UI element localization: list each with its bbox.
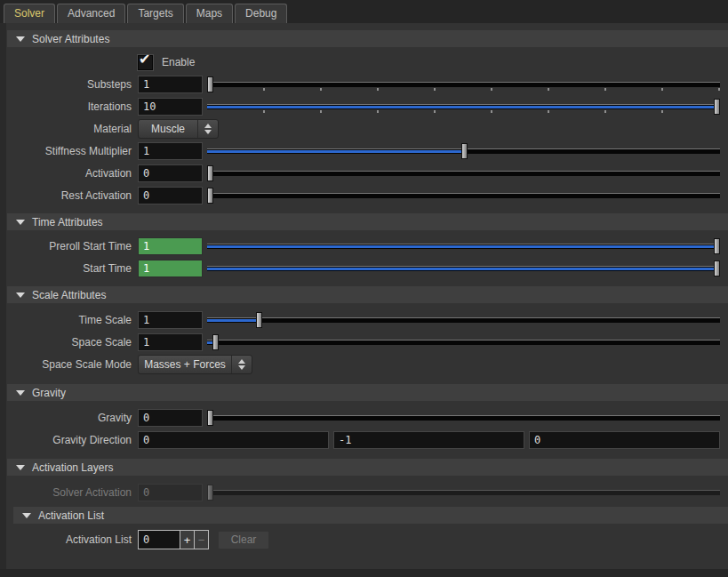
- material-dropdown[interactable]: Muscle: [138, 119, 219, 139]
- slider-handle[interactable]: [212, 334, 219, 350]
- section-title: Solver Attributes: [32, 33, 109, 45]
- remove-item-button[interactable]: −: [194, 531, 208, 549]
- collapse-triangle-icon: [16, 220, 25, 225]
- section-title: Scale Attributes: [32, 289, 106, 301]
- param-row-material: Material Muscle: [6, 119, 728, 139]
- section-header-activation-list[interactable]: Activation List: [13, 507, 728, 524]
- param-row-space-scale: Space Scale 1: [6, 333, 728, 352]
- dropdown-arrows-icon: [231, 356, 252, 373]
- rest-activation-label: Rest Activation: [6, 189, 138, 202]
- slider-handle[interactable]: [207, 188, 213, 204]
- slider-handle[interactable]: [714, 260, 720, 276]
- tab-maps[interactable]: Maps: [186, 4, 233, 23]
- start-time-input[interactable]: 1: [138, 260, 203, 277]
- collapse-triangle-icon: [16, 390, 25, 396]
- slider-handle[interactable]: [207, 165, 213, 181]
- slider-handle: [207, 485, 213, 501]
- substeps-input[interactable]: 1: [138, 76, 203, 93]
- gravity-direction-x-input[interactable]: 0: [138, 431, 329, 449]
- add-item-button[interactable]: +: [180, 531, 194, 549]
- slider-handle[interactable]: [461, 143, 468, 159]
- enable-label: Enable: [162, 56, 195, 68]
- preroll-start-time-slider[interactable]: [207, 236, 720, 256]
- tab-targets[interactable]: Targets: [127, 4, 183, 23]
- param-row-stiffness-multiplier: Stiffness Multiplier 1: [6, 141, 728, 161]
- solver-activation-label: Solver Activation: [6, 486, 138, 499]
- param-row-substeps: Substeps 1: [6, 75, 728, 94]
- tab-bar: Solver Advanced Targets Maps Debug: [0, 0, 728, 23]
- section-header-solver-attributes[interactable]: Solver Attributes: [7, 30, 728, 47]
- rest-activation-slider[interactable]: [207, 186, 720, 205]
- gravity-input[interactable]: 0: [138, 409, 203, 427]
- space-scale-input[interactable]: 1: [138, 333, 203, 351]
- section-title: Activation Layers: [32, 461, 113, 474]
- enable-checkbox[interactable]: ✔: [138, 55, 153, 70]
- space-scale-mode-selected-value: Masses + Forces: [139, 356, 231, 373]
- gravity-slider[interactable]: [207, 408, 720, 428]
- collapse-triangle-icon: [22, 513, 31, 518]
- section-header-activation-layers[interactable]: Activation Layers: [7, 459, 728, 476]
- arrow-down-icon: [204, 130, 212, 134]
- slider-handle[interactable]: [207, 76, 213, 92]
- param-row-preroll-start-time: Preroll Start Time 1: [6, 236, 728, 256]
- collapse-triangle-icon: [16, 36, 25, 42]
- bottom-edge-bar: [0, 569, 728, 577]
- stiffness-multiplier-slider[interactable]: [207, 141, 720, 161]
- stiffness-multiplier-input[interactable]: 1: [138, 142, 203, 160]
- activation-input[interactable]: 0: [138, 164, 203, 182]
- iterations-slider[interactable]: [207, 97, 720, 116]
- section-header-scale-attributes[interactable]: Scale Attributes: [7, 286, 728, 303]
- clear-button[interactable]: Clear: [218, 531, 269, 549]
- collapse-triangle-icon: [16, 465, 25, 470]
- tab-advanced[interactable]: Advanced: [57, 4, 125, 23]
- slider-fill: [207, 268, 720, 270]
- preroll-start-time-input[interactable]: 1: [138, 237, 203, 255]
- substeps-slider[interactable]: [207, 75, 720, 94]
- collapse-triangle-icon: [16, 293, 25, 298]
- param-row-activation-list: Activation List 0 + − Clear: [6, 530, 728, 549]
- slider-handle[interactable]: [207, 410, 213, 426]
- arrow-up-icon: [238, 359, 245, 364]
- activation-list-input[interactable]: 0: [139, 531, 180, 549]
- section-title: Gravity: [32, 387, 66, 399]
- slider-track: [207, 490, 720, 495]
- gravity-direction-y-input[interactable]: -1: [333, 431, 524, 449]
- section-header-time-attributes[interactable]: Time Attributes: [7, 213, 728, 230]
- slider-handle[interactable]: [714, 238, 720, 254]
- param-row-rest-activation: Rest Activation 0: [6, 186, 728, 205]
- iterations-input[interactable]: 10: [138, 98, 203, 116]
- param-row-enable: ✔ Enable: [6, 52, 728, 72]
- arrow-up-icon: [204, 124, 212, 128]
- time-scale-slider[interactable]: [207, 310, 720, 330]
- preroll-start-time-label: Preroll Start Time: [6, 240, 138, 252]
- activation-label: Activation: [6, 167, 138, 180]
- time-scale-input[interactable]: 1: [138, 311, 203, 329]
- slider-ticks: [208, 88, 720, 91]
- slider-fill: [207, 245, 720, 248]
- param-row-space-scale-mode: Space Scale Mode Masses + Forces: [6, 355, 728, 374]
- time-scale-label: Time Scale: [6, 314, 138, 326]
- start-time-slider[interactable]: [207, 259, 720, 278]
- activation-slider[interactable]: [207, 164, 720, 183]
- solver-activation-input: 0: [138, 484, 203, 501]
- gravity-direction-z-input[interactable]: 0: [529, 431, 720, 449]
- slider-track: [207, 415, 720, 421]
- param-row-iterations: Iterations 10: [6, 97, 728, 116]
- slider-fill: [207, 319, 259, 322]
- space-scale-mode-label: Space Scale Mode: [6, 358, 138, 371]
- tab-solver[interactable]: Solver: [4, 4, 55, 23]
- slider-handle[interactable]: [714, 99, 720, 115]
- parameter-pane: Solver Advanced Targets Maps Debug Solve…: [0, 0, 728, 577]
- space-scale-slider[interactable]: [207, 333, 720, 352]
- tab-debug[interactable]: Debug: [235, 4, 287, 23]
- substeps-label: Substeps: [6, 78, 138, 91]
- param-row-gravity-direction: Gravity Direction 0 -1 0: [6, 430, 728, 450]
- space-scale-mode-dropdown[interactable]: Masses + Forces: [138, 355, 252, 374]
- rest-activation-input[interactable]: 0: [138, 187, 203, 204]
- section-header-gravity[interactable]: Gravity: [7, 384, 728, 401]
- arrow-down-icon: [238, 365, 245, 370]
- slider-fill: [207, 150, 464, 153]
- slider-handle[interactable]: [256, 312, 262, 328]
- slider-track: [207, 82, 720, 87]
- gravity-direction-label: Gravity Direction: [6, 434, 138, 446]
